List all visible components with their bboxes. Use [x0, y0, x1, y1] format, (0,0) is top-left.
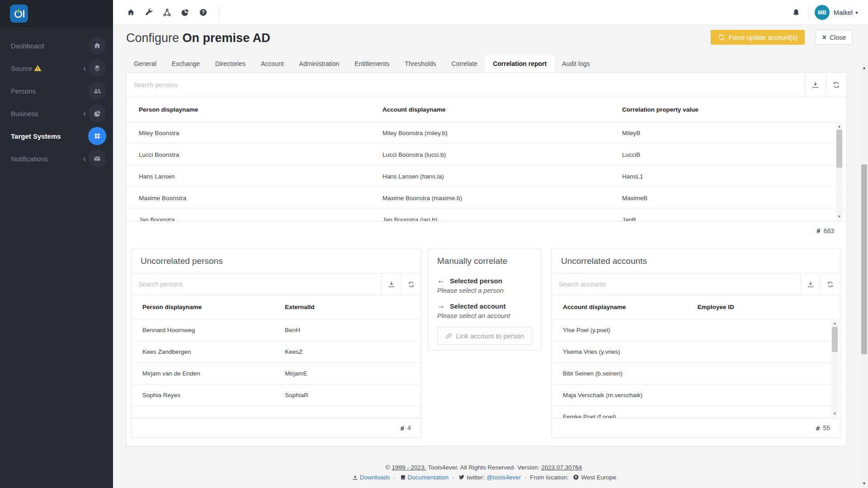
- close-button[interactable]: × Close: [816, 30, 853, 45]
- hash-icon: #: [816, 424, 820, 432]
- page-scrollbar[interactable]: ▲ ▼: [860, 63, 868, 488]
- table-row[interactable]: Ylse Poel (y.poel): [552, 319, 840, 341]
- cell-account: Maxime Boonstra (maxime.b): [382, 195, 622, 202]
- refresh-icon[interactable]: [820, 274, 840, 295]
- table-row[interactable]: Maja Verschaik (m.verschaik): [552, 385, 840, 406]
- scroll-down-icon[interactable]: ▼: [836, 215, 843, 219]
- tab-entitlements[interactable]: Entitlements: [347, 55, 397, 72]
- tab-correlate[interactable]: Correlate: [444, 55, 486, 72]
- sidebar-item-label: Target Systems: [11, 132, 61, 140]
- power-logo-icon: [13, 9, 25, 19]
- table-row[interactable]: Maxime Boonstra Maxime Boonstra (maxime.…: [127, 188, 846, 209]
- tab-exchange[interactable]: Exchange: [164, 55, 208, 72]
- avatar[interactable]: MB: [815, 5, 830, 20]
- correlation-report-panel: Person displayname Account displayname C…: [126, 72, 847, 446]
- scrollbar-thumb[interactable]: [832, 327, 838, 352]
- table-row[interactable]: Bibi Seinen (b.seinen): [552, 363, 840, 385]
- table-row-clipped[interactable]: Jan Boonstra Jan Boonstra (jan.b) JanB: [127, 209, 846, 221]
- grid-icon[interactable]: [88, 127, 106, 145]
- scroll-up-icon[interactable]: ▲: [831, 321, 838, 326]
- cell-external-id: KeesZ: [285, 348, 421, 355]
- chevron-left-icon[interactable]: ‹: [83, 109, 86, 117]
- caret-down-icon[interactable]: ▾: [855, 9, 858, 16]
- cell-account: Bibi Seinen (b.seinen): [552, 370, 698, 377]
- table-row[interactable]: Lucci Boonstra Lucci Boonstra (lucci.b) …: [127, 144, 846, 166]
- search-accounts-input[interactable]: [552, 274, 800, 295]
- search-persons-input[interactable]: [127, 73, 805, 97]
- tab-administration[interactable]: Administration: [292, 55, 347, 72]
- help-icon[interactable]: ?: [199, 8, 208, 17]
- tab-audit-logs[interactable]: Audit logs: [554, 55, 597, 72]
- scrollbar-thumb[interactable]: [861, 164, 867, 354]
- users-icon[interactable]: [88, 82, 106, 100]
- link-account-to-person-button[interactable]: Link account to person: [437, 327, 532, 345]
- sidebar-item-target-systems[interactable]: Target Systems: [0, 125, 113, 147]
- cell-value: JanB: [622, 216, 846, 221]
- sidebar-item-source[interactable]: Source ‹: [0, 57, 113, 80]
- download-icon[interactable]: [800, 274, 820, 295]
- tab-directories[interactable]: Directories: [208, 55, 253, 72]
- home-icon[interactable]: [127, 8, 135, 17]
- sidebar-item-notifications[interactable]: Notifications ‹: [0, 147, 113, 170]
- cell-value: MileyB: [622, 130, 846, 136]
- bell-icon[interactable]: [792, 8, 801, 17]
- sidebar-nav: Dashboard Source ‹ Persons Business ‹: [0, 27, 113, 170]
- refresh-icon[interactable]: [826, 73, 846, 97]
- search-persons-input[interactable]: [132, 274, 381, 295]
- twitter-handle-link[interactable]: @tools4ever: [486, 474, 521, 481]
- wrench-icon[interactable]: [145, 8, 153, 17]
- table-row-clipped[interactable]: Femke Poel (f.poel): [552, 406, 840, 418]
- refresh-icon: [718, 34, 725, 41]
- version-link[interactable]: 2023.07.30764: [541, 464, 582, 471]
- copyright-symbol: ©: [386, 464, 390, 471]
- selected-person-hint: Please select a person: [437, 287, 532, 294]
- force-update-button[interactable]: Force update account(s): [711, 30, 805, 45]
- envelope-icon[interactable]: [88, 150, 106, 168]
- scroll-up-icon[interactable]: ▲: [836, 124, 843, 129]
- table-row[interactable]: Hans Lansen Hans Lansen (hans.la) HansL1: [127, 166, 846, 188]
- scroll-down-icon[interactable]: ▼: [860, 481, 868, 486]
- copyright-years-link[interactable]: 1999 - 2023.: [392, 464, 426, 471]
- refresh-icon[interactable]: [401, 274, 421, 295]
- tab-general[interactable]: General: [126, 55, 164, 72]
- sidebar-item-persons[interactable]: Persons: [0, 80, 113, 102]
- table-scrollbar[interactable]: ▲ ▼: [836, 123, 843, 220]
- layers-icon[interactable]: [88, 59, 106, 77]
- sitemap-icon[interactable]: [163, 8, 171, 17]
- table-row[interactable]: Bennard Hoornweg BenH: [132, 319, 421, 341]
- documentation-link[interactable]: Documentation: [408, 474, 449, 481]
- sidebar-item-business[interactable]: Business ‹: [0, 102, 113, 125]
- cell-name: Sophia Reyes: [132, 392, 285, 399]
- sidebar-item-dashboard[interactable]: Dashboard: [0, 34, 113, 57]
- table-row[interactable]: Ykema Vries (y.vries): [552, 341, 840, 363]
- tab-thresholds[interactable]: Thresholds: [397, 55, 443, 72]
- download-icon[interactable]: [805, 73, 826, 97]
- cell-account: Maja Verschaik (m.verschaik): [552, 392, 698, 399]
- tab-account[interactable]: Account: [253, 55, 292, 72]
- home-icon[interactable]: [88, 37, 106, 55]
- table-row[interactable]: Sophia Reyes SophiaR: [132, 385, 421, 406]
- chevron-left-icon[interactable]: ‹: [83, 64, 86, 72]
- card-title: Uncorrelated accounts: [552, 249, 840, 273]
- user-menu[interactable]: Maikel: [834, 9, 853, 16]
- accounts-scrollbar[interactable]: ▲ ▼: [831, 320, 838, 417]
- scroll-up-icon[interactable]: ▲: [860, 65, 868, 70]
- table-row[interactable]: Miley Boonstra Miley Boonstra (miley.b) …: [127, 122, 846, 144]
- sidebar-item-label: Persons: [11, 87, 36, 95]
- cell-person: Lucci Boonstra: [127, 151, 382, 158]
- scrollbar-thumb[interactable]: [836, 130, 842, 168]
- table-row[interactable]: Mirjam van de Enden MirjamE: [132, 363, 421, 385]
- scroll-down-icon[interactable]: ▼: [831, 412, 838, 416]
- correlated-table-header: Person displayname Account displayname C…: [127, 97, 846, 122]
- chevron-left-icon[interactable]: ‹: [83, 155, 86, 163]
- tab-correlation-report[interactable]: Correlation report: [485, 55, 554, 72]
- table-row[interactable]: Kees Zandbergen KeesZ: [132, 341, 421, 363]
- pie-chart-icon[interactable]: [181, 8, 189, 17]
- download-icon[interactable]: [381, 274, 401, 295]
- persons-search-row: [132, 273, 421, 295]
- app-logo[interactable]: [10, 5, 28, 23]
- cell-name: Kees Zandbergen: [132, 348, 285, 355]
- downloads-link[interactable]: Downloads: [360, 474, 390, 481]
- page-title: Configure On premise AD: [126, 31, 270, 45]
- pie-chart-icon[interactable]: [88, 104, 106, 122]
